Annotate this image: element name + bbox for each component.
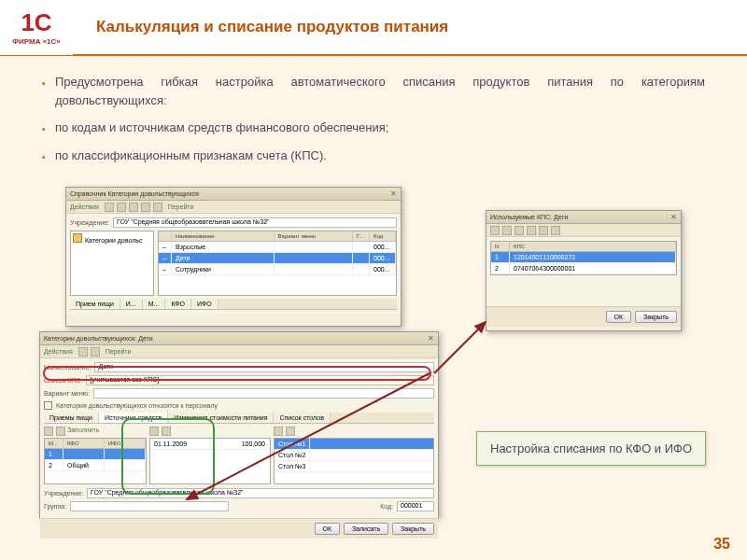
footer-group-input[interactable] bbox=[70, 501, 229, 511]
table-row[interactable]: – Дети 000... bbox=[159, 253, 396, 264]
bullet-marker-icon: ▪ bbox=[42, 121, 46, 137]
col-code[interactable]: Код bbox=[370, 231, 396, 241]
cell-code: 000... bbox=[370, 242, 396, 252]
toolbar-icon[interactable] bbox=[551, 226, 560, 235]
panel-icon[interactable] bbox=[286, 427, 295, 436]
titlebar[interactable]: Справочник Категории довольствующихся ✕ bbox=[66, 188, 401, 201]
table-row[interactable]: 2 07407064300000001 bbox=[491, 263, 676, 274]
toolbar-icon[interactable] bbox=[78, 347, 88, 357]
table-row[interactable]: Стол №2 bbox=[275, 450, 433, 461]
col-kfo[interactable]: КФО bbox=[63, 439, 105, 448]
toolbar-icon[interactable] bbox=[153, 203, 162, 212]
table-row[interactable]: 1 12014501110000272 bbox=[491, 252, 676, 263]
goto-menu[interactable]: Перейти bbox=[168, 203, 194, 210]
toolbar-icon[interactable] bbox=[502, 226, 512, 235]
toolbar: Действия Перейти bbox=[66, 201, 401, 214]
changes-grid: 01.11.2009 100,000 bbox=[149, 438, 271, 484]
col-kps[interactable]: КПС bbox=[510, 242, 676, 251]
toolbar-icon[interactable] bbox=[91, 347, 100, 357]
variant-input[interactable] bbox=[93, 388, 434, 399]
col-menu[interactable]: Вариант меню bbox=[275, 231, 353, 241]
toolbar-icon[interactable] bbox=[527, 226, 536, 235]
panel-icons bbox=[149, 427, 271, 436]
cell-menu bbox=[275, 253, 353, 263]
table-row[interactable]: Стол №1 bbox=[275, 439, 433, 450]
tab-kfo[interactable]: КФО bbox=[165, 299, 191, 309]
slide-content: ▪ Предусмотрена гибкая настройка автомат… bbox=[0, 56, 747, 164]
toolbar-icon[interactable] bbox=[105, 203, 114, 212]
cell-n: 1 bbox=[491, 252, 510, 262]
cell-g bbox=[353, 264, 370, 274]
variant-row: Вариант меню: bbox=[44, 388, 434, 399]
window-body: N КПС 1 12014501110000272 2 074070643000… bbox=[486, 237, 681, 306]
col-ifo[interactable]: ИФО bbox=[105, 439, 146, 448]
panel-icon[interactable] bbox=[56, 427, 65, 436]
kps-grid: N КПС 1 12014501110000272 2 074070643000… bbox=[490, 241, 677, 275]
toolbar-icon[interactable] bbox=[141, 203, 150, 212]
save-button[interactable]: Записать bbox=[344, 523, 388, 535]
institution-input[interactable]: ГОУ "Средняя общеобразовательная школа №… bbox=[113, 217, 397, 228]
table-row[interactable]: – Взрослые 000... bbox=[159, 242, 396, 253]
tab-changes[interactable]: Изменения стоимости питания bbox=[168, 413, 274, 423]
col-n[interactable]: N bbox=[491, 242, 510, 251]
toolbar-icon[interactable] bbox=[539, 226, 548, 235]
titlebar[interactable]: Категории довольствующихся: Дети ✕ bbox=[40, 332, 438, 345]
table-row[interactable]: 2 Общий bbox=[45, 460, 146, 471]
table-row[interactable]: – Сотрудники 000... bbox=[159, 264, 396, 275]
table-row[interactable]: 01.11.2009 100,000 bbox=[150, 439, 270, 450]
ok-button[interactable]: ОК bbox=[606, 311, 632, 323]
footer-inst-label: Учреждение: bbox=[44, 490, 83, 497]
ok-button[interactable]: ОК bbox=[315, 523, 341, 535]
panel-icon[interactable] bbox=[44, 427, 53, 436]
col-name[interactable]: Наименование bbox=[172, 231, 275, 241]
tree-root-label[interactable]: Категории довольс bbox=[85, 237, 142, 244]
cell bbox=[105, 460, 146, 470]
fill-button[interactable]: Заполнить bbox=[67, 427, 99, 436]
close-button[interactable]: Закрыть bbox=[635, 311, 677, 323]
slide-title: Калькуляция и списание продуктов питания bbox=[96, 18, 448, 36]
toolbar-icon[interactable] bbox=[514, 226, 524, 235]
slide-header: 1C ФИРМА «1С» Калькуляция и списание про… bbox=[0, 0, 747, 56]
toolbar bbox=[486, 224, 681, 237]
table-row[interactable]: 1 bbox=[45, 449, 146, 460]
panel-icon[interactable] bbox=[149, 427, 159, 436]
close-icon[interactable]: ✕ bbox=[390, 189, 397, 198]
panel-icon[interactable] bbox=[162, 427, 171, 436]
footer-code-input[interactable]: 000001 bbox=[397, 501, 434, 511]
tab-meals[interactable]: Приемы пищи bbox=[44, 413, 99, 423]
tab-i[interactable]: И... bbox=[120, 299, 143, 309]
panel-icon[interactable] bbox=[274, 427, 283, 436]
window-category-detail: Категории довольствующихся: Дети ✕ Дейст… bbox=[39, 331, 439, 518]
titlebar[interactable]: Используемые КПС: Дети ✕ bbox=[486, 211, 681, 224]
toolbar-icon[interactable] bbox=[129, 203, 138, 212]
footer-inst-input[interactable]: ГОУ "Средняя общеобразовательная школа №… bbox=[87, 488, 434, 498]
actions-menu[interactable]: Действия bbox=[44, 348, 73, 355]
tab-ifo[interactable]: ИФО bbox=[191, 299, 218, 309]
kps-label: Список КПС: bbox=[44, 377, 82, 384]
tab-m[interactable]: М... bbox=[143, 299, 166, 309]
sources-grid: М... КФО ИФО 1 2 Общий bbox=[44, 438, 147, 484]
folder-icon[interactable] bbox=[73, 233, 82, 243]
page-number: 35 bbox=[713, 536, 730, 553]
name-input[interactable]: Дети bbox=[94, 362, 434, 372]
kps-input[interactable]: [учитывается все КПС] bbox=[86, 375, 434, 385]
table-row[interactable]: Стол №3 bbox=[275, 461, 433, 472]
goto-menu[interactable]: Перейти bbox=[106, 348, 132, 355]
close-icon[interactable]: ✕ bbox=[670, 213, 677, 221]
toolbar-icon[interactable] bbox=[490, 226, 500, 235]
actions-menu[interactable]: Действия bbox=[70, 203, 99, 210]
cell: Стол №3 bbox=[275, 461, 310, 471]
close-icon[interactable]: ✕ bbox=[428, 334, 434, 343]
bullet-item: ▪ Предусмотрена гибкая настройка автомат… bbox=[42, 73, 705, 109]
tab-tables[interactable]: Список столов bbox=[274, 413, 330, 423]
toolbar-icon[interactable] bbox=[117, 203, 126, 212]
detail-tabs: Приемы пищи Источники средств Изменения … bbox=[44, 413, 434, 424]
tab-sources[interactable]: Источники средств bbox=[99, 413, 168, 423]
col-g[interactable]: Г... bbox=[353, 231, 370, 241]
col-m[interactable]: М... bbox=[45, 439, 63, 448]
cell: Стол №2 bbox=[275, 450, 310, 460]
close-button[interactable]: Закрыть bbox=[392, 523, 434, 535]
tab-meals[interactable]: Прием пищи bbox=[70, 299, 120, 309]
checkbox-personnel[interactable] bbox=[44, 401, 52, 410]
tables-panel: Стол №1 Стол №2 Стол №3 bbox=[274, 427, 434, 484]
